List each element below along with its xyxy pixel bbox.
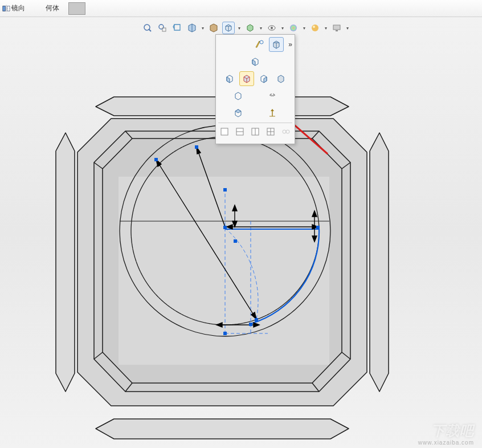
prev-view-button[interactable] bbox=[171, 22, 183, 34]
display-state-button[interactable] bbox=[207, 22, 220, 34]
svg-point-63 bbox=[260, 40, 263, 44]
model-body bbox=[56, 97, 389, 439]
hide-show-button[interactable] bbox=[265, 22, 278, 34]
cube-left-icon bbox=[224, 74, 235, 84]
link-icon bbox=[267, 91, 277, 101]
cube-icon bbox=[271, 39, 281, 50]
expand-icon[interactable]: » bbox=[288, 40, 292, 48]
watermark-url: www.xiazaiba.com bbox=[418, 439, 474, 446]
watermark: 下载吧 bbox=[431, 422, 474, 440]
svg-point-51 bbox=[159, 25, 164, 29]
monitor-icon bbox=[332, 23, 341, 32]
svg-rect-62 bbox=[336, 30, 338, 31]
front-view-button[interactable] bbox=[248, 54, 263, 69]
zoom-area-button[interactable] bbox=[156, 22, 169, 34]
axis-button[interactable] bbox=[265, 105, 280, 120]
svg-point-58 bbox=[290, 25, 297, 31]
bottom-view-button[interactable] bbox=[231, 105, 246, 120]
mirror-command[interactable]: 镜向 bbox=[2, 3, 25, 13]
display-style-button[interactable] bbox=[244, 22, 256, 34]
svg-rect-43 bbox=[255, 318, 258, 321]
dropdown-icon[interactable]: ▾ bbox=[201, 22, 205, 34]
cube-bottom-icon bbox=[233, 108, 243, 118]
svg-rect-45 bbox=[223, 332, 227, 335]
view-settings-button[interactable] bbox=[330, 22, 343, 34]
section-view-icon bbox=[187, 23, 197, 32]
right-view-button[interactable] bbox=[256, 71, 271, 86]
svg-rect-72 bbox=[221, 128, 228, 135]
svg-rect-44 bbox=[249, 323, 252, 326]
single-pane-icon bbox=[219, 127, 230, 137]
two-view-h-button[interactable] bbox=[234, 124, 247, 139]
svg-rect-1 bbox=[7, 6, 10, 11]
zoom-area-icon bbox=[158, 23, 167, 32]
svg-marker-70 bbox=[271, 109, 274, 111]
svg-line-50 bbox=[149, 29, 151, 31]
link-small-icon bbox=[281, 127, 291, 137]
link-views-button[interactable] bbox=[265, 88, 280, 103]
svg-rect-0 bbox=[3, 6, 5, 11]
dropdown-icon[interactable]: ▾ bbox=[280, 22, 285, 34]
cube-dimetric-icon bbox=[276, 74, 286, 84]
svg-point-80 bbox=[283, 130, 286, 133]
mirror-label: 镜向 bbox=[11, 3, 25, 13]
zoom-fit-icon bbox=[143, 23, 152, 32]
dimetric-view-button[interactable] bbox=[273, 71, 288, 86]
dropdown-icon[interactable]: ▾ bbox=[302, 22, 307, 34]
scene-icon bbox=[311, 23, 320, 32]
view-orientation-flyout: » bbox=[215, 34, 295, 144]
display-style-icon bbox=[246, 23, 255, 32]
trimetric-button[interactable] bbox=[269, 37, 284, 52]
two-pane-h-icon bbox=[235, 127, 245, 137]
cube-back-icon bbox=[233, 91, 243, 101]
svg-point-59 bbox=[312, 25, 318, 31]
view-orientation-icon bbox=[224, 23, 233, 32]
isometric-view-button[interactable] bbox=[239, 71, 254, 86]
svg-rect-38 bbox=[154, 158, 158, 161]
normal-to-icon bbox=[254, 39, 264, 50]
axis-icon bbox=[267, 108, 277, 118]
svg-point-81 bbox=[286, 130, 289, 133]
svg-rect-61 bbox=[333, 25, 340, 30]
appearance-icon bbox=[289, 23, 298, 32]
cube-right-icon bbox=[259, 74, 269, 84]
apply-scene-button[interactable] bbox=[309, 22, 321, 34]
display-state-icon bbox=[209, 23, 218, 32]
svg-rect-41 bbox=[223, 188, 227, 192]
four-view-button[interactable] bbox=[264, 124, 277, 139]
link-proj-button[interactable] bbox=[279, 124, 292, 139]
dropdown-icon[interactable]: ▾ bbox=[237, 22, 242, 34]
zoom-fit-button[interactable] bbox=[141, 22, 154, 34]
dropdown-icon[interactable]: ▾ bbox=[345, 22, 350, 34]
single-view-button[interactable] bbox=[218, 124, 231, 139]
view-orientation-button[interactable] bbox=[222, 22, 235, 34]
appearance-button[interactable] bbox=[287, 22, 300, 34]
svg-point-60 bbox=[313, 26, 315, 28]
two-pane-v-icon bbox=[250, 127, 260, 137]
eye-icon bbox=[267, 23, 276, 32]
ribbon: 镜向 何体 bbox=[0, 0, 482, 17]
svg-rect-46 bbox=[234, 239, 237, 243]
svg-point-57 bbox=[271, 27, 273, 29]
body-group[interactable]: 何体 bbox=[46, 3, 59, 13]
svg-rect-40 bbox=[223, 226, 227, 229]
body-label: 何体 bbox=[46, 3, 59, 13]
two-view-v-button[interactable] bbox=[249, 124, 262, 139]
four-pane-icon bbox=[265, 127, 276, 137]
cube-iso-icon bbox=[242, 74, 252, 84]
left-view-button[interactable] bbox=[222, 71, 237, 86]
dropdown-icon[interactable]: ▾ bbox=[324, 22, 328, 34]
normal-to-button[interactable] bbox=[252, 37, 267, 52]
mirror-icon bbox=[2, 5, 10, 13]
section-view-button[interactable] bbox=[186, 22, 198, 34]
color-swatch[interactable] bbox=[68, 2, 85, 15]
dropdown-icon[interactable]: ▾ bbox=[259, 22, 263, 34]
svg-rect-39 bbox=[195, 145, 198, 149]
prev-view-icon bbox=[173, 23, 182, 32]
cube-front-icon bbox=[250, 56, 260, 67]
svg-rect-42 bbox=[316, 226, 320, 229]
heads-up-toolbar: ▾ ▾ ▾ ▾ ▾ ▾ ▾ bbox=[141, 22, 350, 34]
back-view-button[interactable] bbox=[231, 88, 246, 103]
